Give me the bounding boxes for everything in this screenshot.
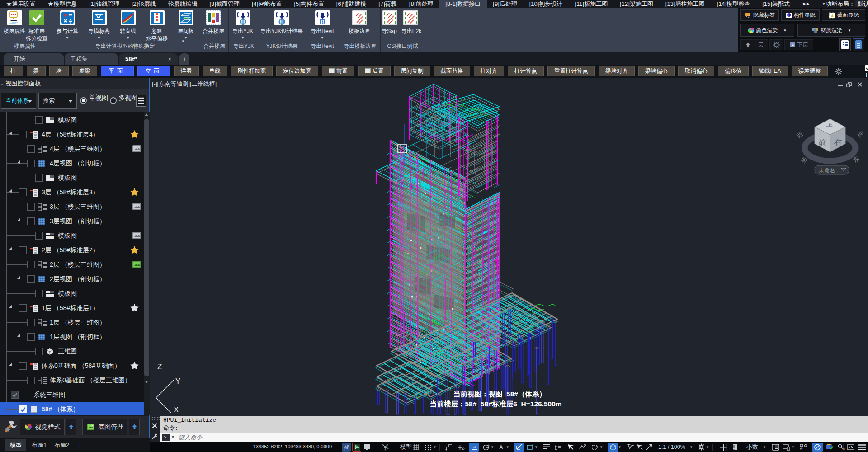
svg-text:A: A: [499, 444, 503, 451]
svg-text:Y: Y: [175, 377, 180, 386]
svg-text:右: 右: [834, 137, 842, 146]
svg-text:前: 前: [818, 138, 826, 147]
svg-text:R: R: [321, 19, 325, 24]
svg-text:未命名: 未命名: [818, 167, 835, 174]
svg-text:X: X: [174, 405, 179, 414]
svg-text:上: 上: [826, 123, 833, 127]
svg-text:北: 北: [856, 130, 864, 139]
svg-text:Z: Z: [157, 363, 162, 371]
svg-text:西: 西: [795, 131, 804, 140]
